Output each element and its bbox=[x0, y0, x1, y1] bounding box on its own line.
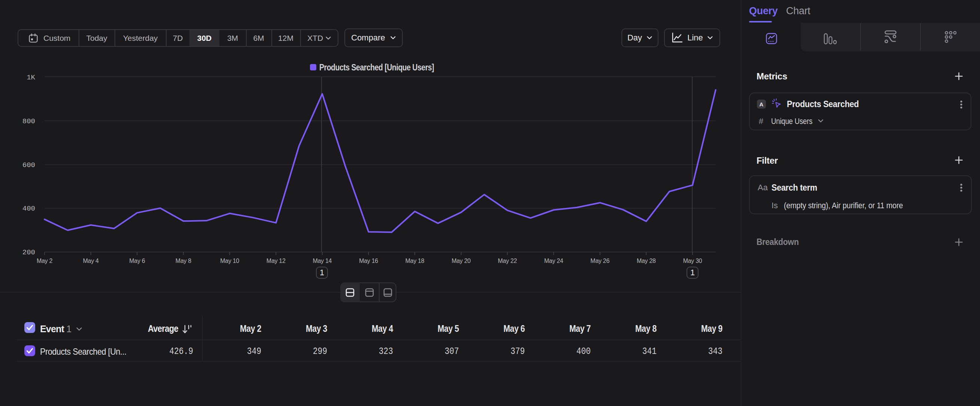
svg-text:May 22: May 22 bbox=[498, 258, 517, 264]
svg-text:200: 200 bbox=[22, 248, 35, 256]
svg-text:May 14: May 14 bbox=[313, 258, 332, 264]
svg-text:May 10: May 10 bbox=[220, 258, 239, 264]
svg-text:800: 800 bbox=[22, 117, 35, 126]
svg-text:May 28: May 28 bbox=[637, 258, 656, 264]
svg-text:May 12: May 12 bbox=[267, 258, 286, 264]
svg-text:May 2: May 2 bbox=[37, 258, 52, 264]
svg-text:May 24: May 24 bbox=[544, 258, 563, 264]
svg-text:May 30: May 30 bbox=[683, 258, 702, 264]
svg-text:May 16: May 16 bbox=[359, 258, 378, 264]
svg-text:May 26: May 26 bbox=[590, 258, 609, 264]
svg-text:May 8: May 8 bbox=[175, 258, 191, 264]
svg-text:May 20: May 20 bbox=[452, 258, 471, 264]
svg-text:May 6: May 6 bbox=[129, 258, 145, 264]
svg-text:1K: 1K bbox=[27, 73, 35, 82]
svg-text:May 4: May 4 bbox=[83, 258, 99, 264]
svg-text:600: 600 bbox=[22, 161, 35, 169]
svg-text:May 18: May 18 bbox=[406, 258, 425, 264]
svg-text:400: 400 bbox=[22, 204, 35, 213]
